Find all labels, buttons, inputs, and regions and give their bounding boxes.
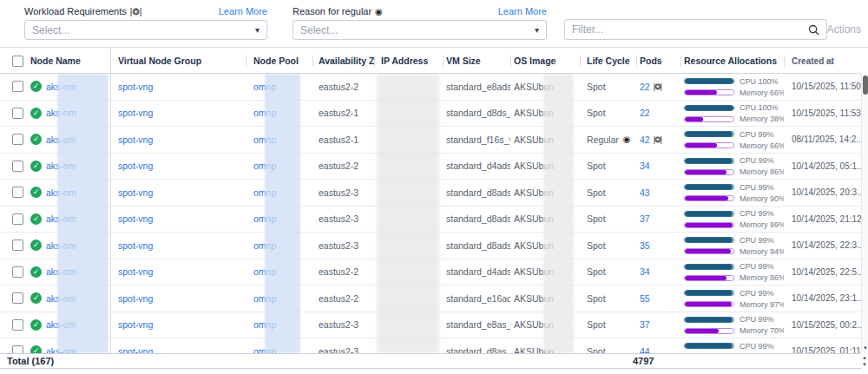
pods-count-link[interactable]: 43 <box>640 187 650 198</box>
scroll-up-icon[interactable]: ▲ <box>862 355 867 361</box>
node-pool-link[interactable]: omnp <box>253 135 276 145</box>
node-name-link[interactable]: aks-om <box>46 187 76 198</box>
pods-count-link[interactable]: 22 <box>640 108 650 118</box>
table-row[interactable]: ✓ aks-om spot-vng omnp eastus2-2 standar… <box>0 74 861 101</box>
pods-count-link[interactable]: 37 <box>640 319 650 330</box>
row-checkbox[interactable] <box>12 319 23 331</box>
row-checkbox[interactable] <box>12 292 23 304</box>
node-name-link[interactable]: aks-om <box>46 161 76 171</box>
node-pool-link[interactable]: omnp <box>253 293 276 304</box>
node-pool-link[interactable]: omnp <box>253 161 276 171</box>
actions-button[interactable]: Actions <box>827 23 861 36</box>
table-row[interactable]: ✓ aks-om spot-vng omnp eastus2-3 standar… <box>0 338 861 353</box>
column-header-os-image[interactable]: OS Image <box>510 49 580 73</box>
node-name-link[interactable]: aks-om <box>46 135 76 145</box>
life-cycle-value: Spot <box>587 187 606 198</box>
node-name-link[interactable]: aks-om <box>46 108 76 118</box>
created-at-cell: 10/15/2025, 01:11... <box>784 338 861 353</box>
table-row[interactable]: ✓ aks-om spot-vng omnp eastus2-3 standar… <box>0 207 861 233</box>
pods-count-link[interactable]: 37 <box>640 213 650 224</box>
column-header-ip-address[interactable]: IP Address <box>374 49 443 73</box>
node-pool-link[interactable]: omnp <box>253 346 276 353</box>
virtual-node-group-link[interactable]: spot-vng <box>118 293 153 304</box>
reason-learn-more-link[interactable]: Learn More <box>498 6 547 16</box>
node-pool-link[interactable]: omnp <box>253 213 276 224</box>
row-checkbox[interactable] <box>12 345 23 353</box>
pods-count-link[interactable]: 34 <box>640 161 650 171</box>
scroll-down-icon[interactable]: ▼ <box>862 362 867 368</box>
node-name-link[interactable]: aks-om <box>46 346 76 353</box>
os-image-cell: AKSUbun . <box>510 233 580 259</box>
virtual-node-group-link[interactable]: spot-vng <box>118 187 153 198</box>
table-row[interactable]: ✓ aks-om spot-vng omnp eastus2-1 standar… <box>0 101 861 128</box>
workload-learn-more-link[interactable]: Learn More <box>219 6 267 16</box>
column-header-node-pool[interactable]: Node Pool <box>246 49 312 73</box>
column-header-pods[interactable]: Pods <box>636 49 681 73</box>
node-pool-link[interactable]: omnp <box>253 82 276 92</box>
virtual-node-group-link[interactable]: spot-vng <box>118 266 153 277</box>
cpu-bar <box>684 290 734 296</box>
node-name-link[interactable]: aks-om <box>46 82 76 92</box>
node-name-link[interactable]: aks-om <box>46 266 76 277</box>
os-image-text: AKSUbun <box>514 240 554 251</box>
row-checkbox[interactable] <box>12 239 23 251</box>
virtual-node-group-link[interactable]: spot-vng <box>118 346 153 353</box>
virtual-node-group-link[interactable]: spot-vng <box>118 161 153 171</box>
node-name-link[interactable]: aks-om <box>46 319 76 330</box>
table-row[interactable]: ✓ aks-om spot-vng omnp eastus2-3 standar… <box>0 312 861 339</box>
node-pool-link[interactable]: omnp <box>253 266 276 277</box>
select-all-checkbox[interactable] <box>12 56 23 67</box>
column-header-resource-allocations[interactable]: Resource Allocations ↓ ≡ <box>681 49 784 73</box>
node-name-link[interactable]: aks-om <box>46 240 76 251</box>
row-checkbox[interactable] <box>12 134 23 145</box>
row-checkbox[interactable] <box>12 213 23 225</box>
pods-count-link[interactable]: 22 <box>640 82 650 92</box>
reason-for-regular-select[interactable]: Select... ▾ <box>293 20 547 40</box>
table-row[interactable]: ✓ aks-om spot-vng omnp eastus2-2 standar… <box>0 285 861 312</box>
row-checkbox[interactable] <box>12 266 23 278</box>
table-row[interactable]: ✓ aks-om spot-vng omnp eastus2-1 standar… <box>0 127 861 154</box>
table-row[interactable]: ✓ aks-om spot-vng omnp eastus2-3 standar… <box>0 180 861 207</box>
node-pool-link[interactable]: omnp <box>253 240 276 251</box>
pods-count-link[interactable]: 34 <box>640 266 650 277</box>
pods-count-link[interactable]: 42 <box>640 135 650 145</box>
row-checkbox[interactable] <box>12 161 23 172</box>
cpu-bar-fill <box>685 318 733 322</box>
filter-input[interactable] <box>572 23 808 36</box>
scroll-down-icon[interactable]: ▼ <box>862 344 868 352</box>
virtual-node-group-link[interactable]: spot-vng <box>118 240 153 251</box>
node-name-link[interactable]: aks-om <box>46 293 76 304</box>
vertical-scrollbar[interactable]: ▼ <box>861 74 868 353</box>
pods-count-link[interactable]: 55 <box>640 293 650 304</box>
table-row[interactable]: ✓ aks-om spot-vng omnp eastus2-2 standar… <box>0 154 861 180</box>
row-checkbox[interactable] <box>12 108 23 119</box>
pods-count-link[interactable]: 35 <box>640 240 650 251</box>
virtual-node-group-link[interactable]: spot-vng <box>118 213 153 224</box>
node-pool-link[interactable]: omnp <box>253 187 276 198</box>
row-checkbox[interactable] <box>12 187 23 198</box>
cpu-bar-fill <box>685 265 733 269</box>
table-row[interactable]: ✓ aks-om spot-vng omnp eastus2-2 standar… <box>0 259 861 286</box>
column-header-life-cycle[interactable]: Life Cycle <box>580 49 636 73</box>
virtual-node-group-link[interactable]: spot-vng <box>118 319 153 330</box>
node-pool-link[interactable]: omnp <box>253 319 276 330</box>
workload-requirements-select[interactable]: Select... ▾ <box>24 20 267 40</box>
column-header-availability-zone[interactable]: Availability Zone <box>312 49 374 73</box>
scrollbar-thumb[interactable] <box>863 75 868 95</box>
filter-search-box[interactable] <box>564 19 827 40</box>
table-row[interactable]: ✓ aks-om spot-vng omnp eastus2-3 standar… <box>0 233 861 259</box>
ip-address-cell <box>374 74 443 100</box>
node-name-column-divider <box>110 49 111 369</box>
column-header-virtual-node-group[interactable]: Virtual Node Group <box>110 49 246 73</box>
row-checkbox[interactable] <box>12 81 23 92</box>
virtual-node-group-link[interactable]: spot-vng <box>118 135 153 145</box>
virtual-node-group-link[interactable]: spot-vng <box>118 82 153 92</box>
column-header-created-at[interactable]: Created at <box>784 49 861 73</box>
virtual-node-group-link[interactable]: spot-vng <box>118 108 153 118</box>
pods-count-link[interactable]: 44 <box>640 346 650 353</box>
node-pool-link[interactable]: omnp <box>253 108 276 118</box>
column-header-vm-size[interactable]: VM Size <box>443 49 510 73</box>
node-name-link[interactable]: aks-om <box>46 213 76 224</box>
column-header-node-name[interactable]: Node Name <box>26 49 110 73</box>
cpu-bar-fill <box>685 238 733 242</box>
